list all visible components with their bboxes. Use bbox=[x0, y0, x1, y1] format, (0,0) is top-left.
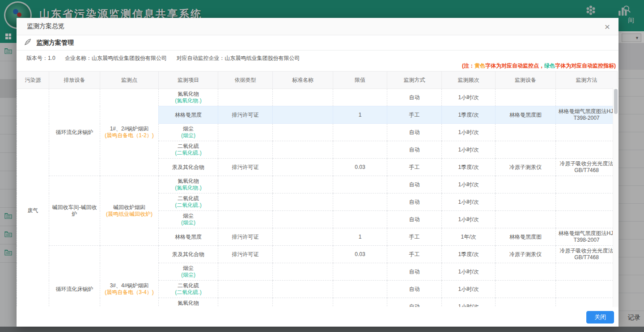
cell-text: 碱回收车间-碱回收炉 bbox=[51, 204, 97, 218]
cell-monitoring-method bbox=[556, 141, 618, 159]
header-pollution-source: 污染源 bbox=[17, 71, 49, 89]
cell-text: 烟尘 bbox=[161, 126, 216, 132]
cell-text: 1#、2#锅炉烟囱 bbox=[102, 126, 156, 132]
cell-monitoring-equipment bbox=[496, 263, 556, 281]
cell-standard-name bbox=[273, 263, 333, 281]
table-row[interactable]: 废气循环流化床锅炉1#、2#锅炉烟囱(晨鸣自备电（1-2）)氮氧化物(氮氧化物.… bbox=[17, 89, 618, 106]
cell-monitoring-item: 二氧化硫(二氧化硫.) bbox=[159, 281, 218, 298]
cell-text: 1小时/次 bbox=[444, 199, 493, 206]
cell-monitoring-frequency: 1季度/次 bbox=[442, 106, 496, 124]
cell-monitoring-item: 烟尘(烟尘) bbox=[159, 124, 218, 141]
cell-monitoring-frequency: 1小时/次 bbox=[442, 176, 496, 193]
close-button[interactable]: 关闭 bbox=[586, 311, 614, 324]
cell-monitoring-frequency: 1小时/次 bbox=[442, 281, 496, 298]
cell-standard-name bbox=[273, 228, 333, 246]
cell-text: 冷原子吸收分光光度法GB/T7468 bbox=[558, 160, 615, 174]
cell-text: 1小时/次 bbox=[444, 147, 493, 153]
cell-monitoring-item: 林格曼黑度 bbox=[159, 106, 218, 124]
cell-basis-type: 排污许可证 bbox=[218, 228, 273, 246]
cell-text: 循环流化床锅炉 bbox=[51, 129, 97, 136]
cell-text: 排污许可证 bbox=[220, 234, 270, 240]
cell-limit: 0.03 bbox=[333, 159, 387, 176]
cell-text: 1年/次 bbox=[444, 234, 493, 240]
cell-standard-name bbox=[273, 211, 333, 228]
cell-text: 自动 bbox=[390, 269, 439, 275]
cell-text: 1小时/次 bbox=[444, 94, 493, 101]
cell-text: 冷原子吸收分光光度法GB/T7468 bbox=[558, 248, 615, 261]
cell-text: 1 bbox=[335, 112, 385, 118]
cell-standard-name bbox=[273, 141, 333, 159]
cell-emission-equipment: 循环流化床锅炉 bbox=[49, 246, 100, 307]
cell-subtext: (二氧化硫.) bbox=[161, 202, 216, 209]
cell-text: 1小时/次 bbox=[444, 129, 493, 136]
cell-monitoring-method bbox=[556, 176, 618, 193]
header-monitoring-mode: 监测方式 bbox=[387, 71, 442, 89]
cell-limit: 1 bbox=[333, 228, 387, 246]
header-limit: 限值 bbox=[333, 71, 387, 89]
plan-info-line: 版本号：1.0 企业名称：山东晨鸣纸业集团股份有限公司 对应自动监控企业：山东晨… bbox=[26, 55, 308, 62]
cell-text: 手工 bbox=[390, 251, 439, 258]
cell-subtext: (晨鸣纸业碱回收炉) bbox=[102, 211, 156, 218]
modal-header: 监测方案总览 × bbox=[17, 18, 619, 35]
cell-monitoring-frequency: 1季度/次 bbox=[442, 159, 496, 176]
cell-monitoring-point: 1#、2#锅炉烟囱(晨鸣自备电（1-2）) bbox=[100, 89, 159, 176]
cell-monitoring-mode: 手工 bbox=[387, 159, 442, 176]
cell-subtext: (晨鸣自备电（1-2）) bbox=[102, 132, 156, 139]
cell-monitoring-frequency: 1小时/次 bbox=[442, 211, 496, 228]
cell-basis-type bbox=[218, 298, 273, 307]
table-row[interactable]: 碱回收车间-碱回收炉碱回收炉烟囱(晨鸣纸业碱回收炉)氮氧化物(氮氧化物.)自动1… bbox=[17, 176, 618, 193]
cell-text: 自动 bbox=[390, 147, 439, 153]
cell-text: 自动 bbox=[390, 181, 439, 188]
cell-text: 氮氧化物 bbox=[161, 300, 216, 307]
cell-text: 3#、4#锅炉烟囱 bbox=[102, 282, 156, 289]
cell-text: 1小时/次 bbox=[444, 216, 493, 223]
cell-monitoring-frequency: 1小时/次 bbox=[442, 298, 496, 307]
note-part: (注： bbox=[462, 63, 475, 69]
version-value: 1.0 bbox=[48, 55, 55, 61]
cell-limit bbox=[333, 298, 387, 307]
section-bar: 监测方案管理 bbox=[17, 35, 619, 50]
close-icon[interactable]: × bbox=[602, 21, 613, 32]
modal-footer: 关闭 bbox=[17, 307, 619, 327]
cell-limit bbox=[333, 176, 387, 193]
cell-text: 汞及其化合物 bbox=[161, 164, 216, 171]
cell-monitoring-mode: 自动 bbox=[387, 193, 442, 211]
cell-basis-type bbox=[218, 211, 273, 228]
header-monitoring-point: 监测点 bbox=[100, 71, 159, 89]
cell-monitoring-item: 汞及其化合物 bbox=[159, 159, 218, 176]
cell-standard-name bbox=[273, 176, 333, 193]
cell-subtext: (烟尘) bbox=[161, 132, 216, 139]
cell-text: 手工 bbox=[390, 112, 439, 118]
header-emission-equipment: 排放设备 bbox=[49, 71, 100, 89]
cell-monitoring-frequency: 1小时/次 bbox=[442, 193, 496, 211]
cell-limit bbox=[333, 193, 387, 211]
table-row[interactable]: 循环流化床锅炉3#、4#锅炉烟囱(晨鸣自备电（3-4）)汞及其化合物排污许可证0… bbox=[17, 246, 618, 263]
cell-monitoring-frequency: 1小时/次 bbox=[442, 263, 496, 281]
cell-subtext: (二氧化硫.) bbox=[161, 150, 216, 156]
table-scrollbar-thumb[interactable] bbox=[614, 89, 618, 114]
cell-monitoring-frequency: 1小时/次 bbox=[442, 124, 496, 141]
cell-basis-type bbox=[218, 89, 273, 106]
cell-monitoring-mode: 自动 bbox=[387, 176, 442, 193]
cell-text: 氮氧化物 bbox=[161, 178, 216, 185]
table-scrollbar-track[interactable] bbox=[613, 88, 619, 307]
cell-text: 二氧化硫 bbox=[161, 195, 216, 202]
monitoring-plan-table-area: 污染源 排放设备 监测点 监测项目 依据类型 标准名称 限值 监测方式 监测频次… bbox=[17, 71, 619, 307]
cell-monitoring-mode: 手工 bbox=[387, 106, 442, 124]
cell-monitoring-mode: 自动 bbox=[387, 124, 442, 141]
cell-text: 1季度/次 bbox=[444, 164, 493, 171]
cell-monitoring-equipment bbox=[496, 176, 556, 193]
header-monitoring-equipment: 监测设备 bbox=[496, 71, 556, 89]
feather-icon bbox=[24, 38, 32, 48]
cell-monitoring-mode: 自动 bbox=[387, 281, 442, 298]
cell-monitoring-item: 烟尘(烟尘) bbox=[159, 211, 218, 228]
cell-monitoring-equipment bbox=[496, 89, 556, 106]
cell-pollution-source: 废气 bbox=[17, 89, 49, 307]
cell-text: 自动 bbox=[390, 216, 439, 223]
cell-basis-type: 排污许可证 bbox=[218, 159, 273, 176]
cell-text: 循环流化床锅炉 bbox=[51, 286, 97, 293]
cell-limit: 1 bbox=[333, 106, 387, 124]
table-header-row: 污染源 排放设备 监测点 监测项目 依据类型 标准名称 限值 监测方式 监测频次… bbox=[17, 71, 618, 89]
cell-text: 氮氧化物 bbox=[161, 91, 216, 97]
cell-monitoring-mode: 手工 bbox=[387, 228, 442, 246]
